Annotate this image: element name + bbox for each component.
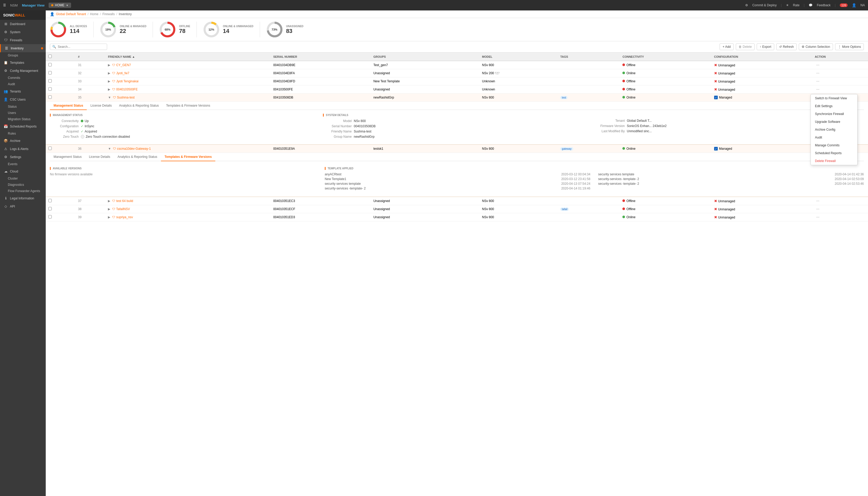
stat-all-devices[interactable]: ALL DEVICES 114 xyxy=(50,21,87,38)
row-action[interactable]: ⋯ xyxy=(812,61,868,69)
action-menu-button[interactable]: ⋯ xyxy=(815,87,821,92)
context-menu-commits[interactable]: Manage Commits xyxy=(811,141,857,149)
row-checkbox[interactable] xyxy=(46,61,75,69)
row-checkbox[interactable] xyxy=(46,77,75,86)
sidebar-item-logs[interactable]: ⚠ Logs & Alerts xyxy=(0,145,46,153)
sidebar-item-dashboard[interactable]: ⊞ Dashboard xyxy=(0,20,46,28)
hamburger-icon[interactable]: ☰ xyxy=(3,3,6,7)
tab-analytics-36[interactable]: Analytics & Reporting Status xyxy=(114,153,161,161)
sidebar-item-events[interactable]: Events xyxy=(0,161,46,167)
rate-label[interactable]: Rate xyxy=(793,3,800,7)
sidebar-item-cloud[interactable]: ☁ Cloud xyxy=(0,167,46,175)
expand-arrow[interactable]: ▶ xyxy=(108,215,110,219)
header-checkbox[interactable] xyxy=(46,52,75,61)
refresh-button[interactable]: ↺ Refresh xyxy=(776,43,797,50)
sidebar-item-rules[interactable]: Rules xyxy=(0,130,46,137)
manager-view-link[interactable]: Manager View xyxy=(22,3,44,7)
sidebar-item-csc-users[interactable]: 👤 CSC Users xyxy=(0,95,46,104)
sidebar-item-scheduled-reports[interactable]: 📅 Scheduled Reports xyxy=(0,122,46,130)
row-checkbox[interactable] xyxy=(46,213,75,221)
header-serial[interactable]: SERIAL NUMBER xyxy=(271,52,371,61)
stat-offline[interactable]: 68% OFFLINE 78 xyxy=(159,21,190,38)
context-menu-delete[interactable]: Delete Firewall xyxy=(811,157,857,165)
fw-name-link[interactable]: Jyoti Tenginakai xyxy=(116,79,139,83)
context-menu-audit[interactable]: Audit xyxy=(811,134,857,141)
row-checkbox[interactable] xyxy=(46,69,75,77)
expand-arrow[interactable]: ▶ xyxy=(108,63,110,67)
action-menu-button[interactable]: ⋯ xyxy=(815,199,821,203)
action-menu-button[interactable]: ⋯ xyxy=(815,71,821,76)
action-menu-button[interactable]: ⋯ xyxy=(815,63,821,67)
row-action[interactable]: ⋯ xyxy=(812,205,868,213)
header-connectivity[interactable]: CONNECTIVITY xyxy=(620,52,711,61)
row-checkbox[interactable] xyxy=(46,197,75,205)
breadcrumb-firewalls[interactable]: Firewalls xyxy=(102,12,115,16)
sidebar-item-settings[interactable]: ⚙ Settings xyxy=(0,153,46,161)
fw-name-link[interactable]: CY_GEN7 xyxy=(116,63,131,67)
context-menu-upgrade[interactable]: Upgrade Software xyxy=(811,118,857,126)
fw-name-link[interactable]: supriya_nsv xyxy=(116,215,133,219)
context-menu-archive[interactable]: Archive Config xyxy=(811,126,857,134)
row-action[interactable]: ⋯ xyxy=(812,213,868,221)
context-menu-scheduled[interactable]: Scheduled Reports xyxy=(811,149,857,157)
context-menu-switch-view[interactable]: Switch to Firewall View xyxy=(811,94,857,102)
sidebar-item-system[interactable]: ⚙ System xyxy=(0,28,46,36)
action-menu-button[interactable]: ⋯ xyxy=(815,207,821,212)
tab-license-details[interactable]: License Details xyxy=(87,102,115,110)
row-checkbox[interactable] xyxy=(46,86,75,94)
tab-templates-36[interactable]: Templates & Firmware Versions xyxy=(161,153,216,161)
sidebar-item-commits[interactable]: Commits xyxy=(0,75,46,81)
header-model[interactable]: MODEL xyxy=(479,52,558,61)
expand-arrow[interactable]: ▶ xyxy=(108,71,110,75)
stat-unassigned[interactable]: 73% UNASSIGNED 83 xyxy=(266,21,304,38)
sidebar-item-migration[interactable]: Migration Status xyxy=(0,116,46,122)
action-menu-button[interactable]: ⋯ xyxy=(815,79,821,83)
fw-name-link[interactable]: cscma10dev-Gateway-1 xyxy=(117,147,151,151)
add-button[interactable]: + Add xyxy=(720,43,733,50)
more-options-button[interactable]: ⋮ More Options xyxy=(835,43,864,50)
sidebar-item-audit[interactable]: Audit xyxy=(0,81,46,87)
row-checkbox[interactable] xyxy=(46,94,75,102)
delete-button[interactable]: 🗑 Delete xyxy=(736,43,755,50)
fw-name-link[interactable]: 0040103500FE xyxy=(116,88,138,91)
user-avatar[interactable]: 👤 xyxy=(852,3,856,7)
tab-license-36[interactable]: License Details xyxy=(85,153,114,161)
export-button[interactable]: ↑ Export xyxy=(757,43,774,50)
fw-name-link[interactable]: TafailNSV xyxy=(116,207,130,211)
search-box[interactable]: 🔍 xyxy=(50,44,107,50)
expand-arrow[interactable]: ▼ xyxy=(108,147,111,151)
row-action[interactable]: ⋯ xyxy=(812,77,868,86)
sidebar-item-cluster[interactable]: Cluster xyxy=(0,175,46,182)
feedback-label[interactable]: Feedback xyxy=(817,3,831,7)
notification-badge[interactable]: 126 xyxy=(840,3,848,7)
sidebar-item-users[interactable]: Users xyxy=(0,110,46,116)
context-menu-edit[interactable]: Edit Settings xyxy=(811,102,857,110)
search-input[interactable] xyxy=(58,45,105,49)
fw-name-link[interactable]: test 64 build xyxy=(116,199,133,203)
commit-deploy-label[interactable]: Commit & Deploy xyxy=(752,3,776,7)
tab-analytics[interactable]: Analytics & Reporting Status xyxy=(115,102,162,110)
sidebar-item-status[interactable]: Status xyxy=(0,104,46,110)
sidebar-item-tenants[interactable]: 👥 Tenants xyxy=(0,87,46,95)
tab-management-status-36[interactable]: Management Status xyxy=(50,153,85,161)
action-menu-button[interactable]: ⋯ xyxy=(815,215,821,219)
fw-name-link[interactable]: Jyoti_fw7 xyxy=(116,71,129,75)
sidebar-item-archive[interactable]: 📦 Archive xyxy=(0,137,46,145)
sidebar-item-groups[interactable]: Groups xyxy=(0,52,46,59)
sidebar-item-config-management[interactable]: ⚙ Config Management xyxy=(0,67,46,75)
sidebar-item-inventory[interactable]: ☰ Inventory xyxy=(0,44,46,52)
expand-arrow[interactable]: ▶ xyxy=(108,79,110,83)
row-action[interactable]: ⋯ xyxy=(812,197,868,205)
tab-management-status[interactable]: Management Status xyxy=(50,102,87,110)
sidebar-item-legal[interactable]: ℹ Legal Information xyxy=(0,194,46,202)
tab-templates-firmware[interactable]: Templates & Firmware Versions xyxy=(162,102,214,110)
header-friendly-name[interactable]: FRIENDLY NAME ▲ xyxy=(105,52,271,61)
row-checkbox[interactable] xyxy=(46,144,75,153)
context-menu-sync[interactable]: Synchronize Firewall xyxy=(811,110,857,118)
home-button[interactable]: HOME ▼ xyxy=(49,3,71,8)
row-action[interactable]: ⋯ xyxy=(812,86,868,94)
header-groups[interactable]: GROUPS xyxy=(371,52,479,61)
expand-arrow[interactable]: ▶ xyxy=(108,207,110,211)
column-selection-button[interactable]: ⚙ Column Selection xyxy=(799,43,833,50)
expand-arrow[interactable]: ▼ xyxy=(108,96,111,99)
